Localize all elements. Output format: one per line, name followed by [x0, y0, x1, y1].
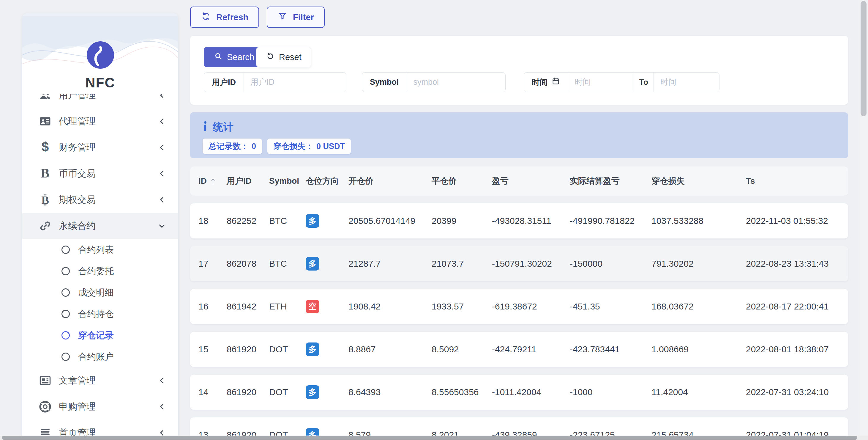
cell-pnl: -619.38672 — [484, 301, 561, 312]
vertical-scrollbar-thumb[interactable] — [861, 1, 867, 116]
column-label: 仓位方向 — [306, 175, 339, 187]
search-icon — [214, 52, 223, 63]
symbol-input[interactable] — [407, 72, 505, 92]
cell-open-price: 8.8867 — [340, 344, 423, 354]
cell-open-price: 20505.67014149 — [340, 216, 423, 226]
refresh-button[interactable]: Refresh — [190, 6, 259, 28]
sidebar-item-finance-management[interactable]: $财务管理 — [22, 135, 178, 160]
cell-liquidation-loss: 1.008669 — [643, 344, 738, 354]
cell-ts: 2022-08-23 13:31:43 — [738, 259, 848, 269]
sidebar-subitem-contract-accounts[interactable]: 合约账户 — [22, 346, 178, 368]
cell-settled-pnl: -451.35 — [561, 301, 643, 312]
sidebar-item-perpetual-contract[interactable]: 永续合约 — [22, 213, 178, 239]
horizontal-scrollbar-thumb[interactable] — [2, 436, 857, 440]
column-header-symbol: Symbol — [261, 176, 297, 186]
liquidation-loss-label: 穿仓损失： — [273, 141, 313, 152]
sidebar-nav: 用户管理代理管理$财务管理B币币交易B期权交易永续合约合约列表合约委托成交明细合… — [22, 94, 178, 440]
table-row[interactable]: 18862252BTC多20505.6701414920399-493028.3… — [190, 203, 848, 238]
column-header-ts: Ts — [738, 176, 848, 186]
sidebar-subitem-label: 穿仓记录 — [78, 329, 114, 342]
cell-user-id: 861920 — [218, 387, 261, 397]
table-row[interactable]: 14861920DOT多8.643938.55650356-1011.42004… — [190, 375, 848, 410]
time-to-input[interactable] — [654, 72, 719, 92]
cell-ts: 2022-08-01 18:38:07 — [738, 344, 848, 354]
sidebar-subitem-label: 合约持仓 — [78, 308, 114, 320]
liquidation-loss-value: 0 USDT — [316, 142, 345, 151]
column-label: 实际结算盈亏 — [570, 175, 620, 187]
liquidation-loss-badge: 穿仓损失： 0 USDT — [267, 139, 351, 154]
cell-close-price: 1933.57 — [423, 301, 484, 312]
column-label: 开仓价 — [348, 175, 373, 187]
logo: NFC — [22, 41, 178, 91]
sidebar-subitem-label: 合约账户 — [78, 351, 114, 363]
column-label: 盈亏 — [492, 175, 508, 187]
sidebar-subitem-trade-details[interactable]: 成交明细 — [22, 282, 178, 303]
refresh-icon — [201, 11, 211, 24]
time-from-input[interactable] — [568, 72, 633, 92]
sidebar-item-article-management[interactable]: 文章管理 — [22, 368, 178, 393]
cell-close-price: 21073.7 — [423, 259, 484, 269]
sidebar-subitem-contract-positions[interactable]: 合约持仓 — [22, 303, 178, 325]
total-records-value: 0 — [252, 142, 256, 151]
column-label: 用户ID — [227, 175, 252, 187]
svg-text:B: B — [41, 167, 49, 180]
sidebar-subitem-liquidation-records[interactable]: 穿仓记录 — [22, 325, 178, 346]
sidebar-subitem-contract-orders[interactable]: 合约委托 — [22, 260, 178, 282]
cell-pnl: -493028.31511 — [484, 216, 561, 226]
cell-settled-pnl: -150000 — [561, 259, 643, 269]
life-ring-icon — [39, 400, 52, 413]
table-row[interactable]: 16861942ETH空1908.421933.57-619.38672-451… — [190, 289, 848, 324]
cell-id: 15 — [190, 344, 218, 354]
sidebar-subitem-contract-list[interactable]: 合约列表 — [22, 239, 178, 260]
column-header-id[interactable]: ID — [190, 176, 218, 186]
table-row[interactable]: 17862078BTC多21287.721073.7-150791.30202-… — [190, 246, 848, 281]
sidebar-item-subscription-management[interactable]: 申购管理 — [22, 393, 178, 420]
symbol-field-group: Symbol — [362, 72, 505, 92]
letter-b-icon: B — [39, 167, 52, 180]
reset-button[interactable]: Reset — [256, 47, 311, 67]
search-button[interactable]: Search — [204, 47, 265, 67]
column-header-position-direction: 仓位方向 — [297, 175, 340, 187]
column-header-pnl: 盈亏 — [484, 175, 561, 187]
total-records-badge: 总记录数： 0 — [203, 139, 262, 154]
time-field-label-text: 时间 — [532, 77, 548, 88]
svg-text:$: $ — [41, 141, 49, 154]
vertical-scrollbar-track — [859, 0, 868, 440]
sidebar-subitem-label: 成交明细 — [78, 287, 114, 299]
circle-icon — [61, 245, 70, 254]
reset-icon — [266, 52, 275, 63]
sidebar-subitem-label: 合约委托 — [78, 265, 114, 277]
users-icon — [39, 94, 52, 102]
user-id-input[interactable] — [244, 72, 346, 92]
stats-panel: 统计 总记录数： 0 穿仓损失： 0 USDT — [190, 112, 848, 158]
sidebar-item-spot-trading[interactable]: B币币交易 — [22, 160, 178, 187]
chevron-left-icon — [157, 195, 166, 204]
sidebar-subitem-label: 合约列表 — [78, 244, 114, 256]
table-row[interactable]: 15861920DOT多8.88678.5092-424.79211-423.7… — [190, 332, 848, 367]
cell-user-id: 861920 — [218, 344, 261, 354]
table-rows: 18862252BTC多20505.6701414920399-493028.3… — [190, 203, 848, 440]
sidebar-item-options-trading[interactable]: B期权交易 — [22, 187, 178, 213]
column-header-open-price: 开仓价 — [340, 175, 423, 187]
filter-button[interactable]: Filter — [267, 6, 325, 28]
cell-close-price: 8.55650356 — [423, 387, 484, 397]
cell-symbol: DOT — [261, 387, 297, 397]
logo-icon — [86, 41, 115, 69]
bitcoin-icon: B — [39, 193, 52, 206]
cell-close-price: 20399 — [423, 216, 484, 226]
cell-position-direction: 空 — [297, 300, 340, 313]
chevron-down-icon — [157, 222, 166, 230]
cell-open-price: 8.64393 — [340, 387, 423, 397]
sidebar-item-agent-management[interactable]: 代理管理 — [22, 108, 178, 135]
chevron-left-icon — [157, 94, 166, 99]
sidebar-item-user-management[interactable]: 用户管理 — [22, 94, 178, 108]
dollar-icon: $ — [39, 141, 52, 154]
direction-badge-long: 多 — [306, 385, 319, 399]
cell-liquidation-loss: 1037.533288 — [643, 216, 738, 226]
direction-badge-long: 多 — [306, 343, 319, 356]
circle-icon — [61, 331, 70, 340]
link-icon — [39, 219, 52, 233]
sidebar-item-label: 永续合约 — [59, 220, 157, 232]
column-header-liquidation-loss: 穿仓损失 — [643, 175, 738, 187]
cell-pnl: -1011.42004 — [484, 387, 561, 397]
